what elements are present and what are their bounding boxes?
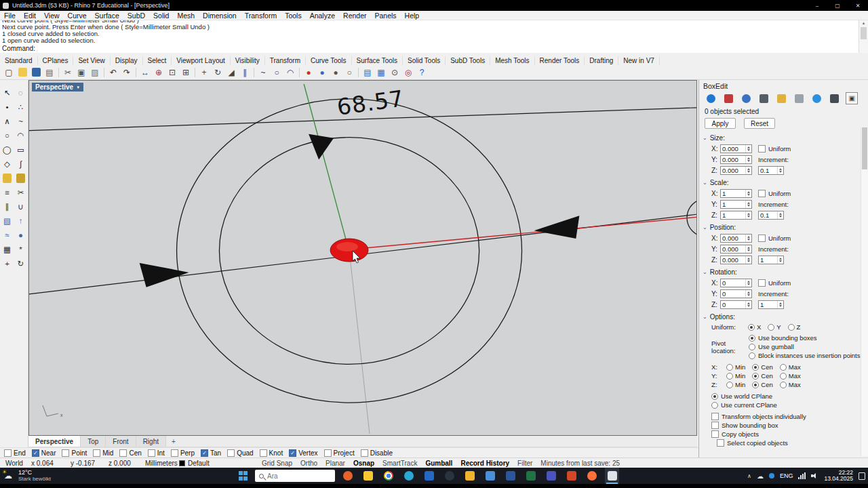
value-input-y[interactable]: 1 <box>720 200 752 209</box>
layer-chip[interactable]: Default <box>179 458 210 468</box>
shaded-view-icon[interactable]: ● <box>329 66 342 79</box>
spinner[interactable] <box>745 167 751 174</box>
viewport-tab[interactable]: Top <box>81 436 106 447</box>
uniform-checkbox[interactable] <box>758 279 766 287</box>
toolbar-separator[interactable] <box>252 66 256 79</box>
spinner[interactable] <box>745 156 751 163</box>
ellipse-icon[interactable]: ◯ <box>1 142 14 157</box>
menu-item[interactable]: Panels <box>371 11 401 20</box>
value-input-y[interactable]: 0.000 <box>720 155 752 164</box>
pan-icon[interactable]: ↔ <box>138 66 152 79</box>
value-input-z[interactable]: 0 <box>720 300 752 309</box>
reset-button[interactable]: Reset <box>744 118 775 129</box>
curve-tools-icon[interactable]: ~ <box>256 66 270 79</box>
toolbar-tab[interactable]: Viewport Layout <box>172 56 231 65</box>
maximize-button[interactable]: ▢ <box>827 0 848 11</box>
close-button[interactable]: ✕ <box>848 0 868 11</box>
value-input-x[interactable]: 0.000 <box>720 144 752 153</box>
checkbox[interactable] <box>260 449 267 457</box>
print-icon[interactable]: ▤ <box>43 66 56 79</box>
value-input-z[interactable]: 0.000 <box>720 166 752 175</box>
status-pane[interactable]: Ortho <box>300 460 317 467</box>
radio-x-min[interactable] <box>726 364 733 371</box>
help-tab-icon[interactable] <box>757 92 770 104</box>
rendering-tab-icon[interactable] <box>793 92 805 104</box>
checkbox[interactable] <box>227 449 235 457</box>
toolbar-tab[interactable]: Surface Tools <box>352 56 403 65</box>
status-pane[interactable]: Osnap <box>353 460 374 467</box>
checkbox[interactable] <box>201 449 208 457</box>
taskbar-search[interactable] <box>255 470 335 482</box>
checkbox[interactable] <box>171 449 178 457</box>
radio[interactable] <box>788 324 795 331</box>
units-display[interactable]: Millimeters <box>145 458 178 468</box>
steam-icon[interactable] <box>442 468 456 484</box>
status-pane[interactable]: Minutes from last save: 25 <box>540 460 620 467</box>
word-icon[interactable] <box>503 468 517 484</box>
osnap-toggle[interactable]: Point <box>62 449 87 457</box>
panel-scrollbar[interactable] <box>861 127 868 456</box>
radio-z-max[interactable] <box>780 382 787 388</box>
display-tab-icon[interactable] <box>740 92 752 104</box>
radio[interactable] <box>768 324 774 331</box>
value-input-z[interactable]: 1 <box>720 211 752 220</box>
spinner[interactable] <box>777 301 783 308</box>
viewport-tab[interactable]: Perspective <box>28 436 81 447</box>
scale-icon[interactable]: ◢ <box>224 66 238 79</box>
osnap-toggle[interactable]: Cen <box>119 449 141 457</box>
spinner[interactable] <box>745 235 751 242</box>
spinner[interactable] <box>777 211 783 219</box>
spinner[interactable] <box>745 301 751 308</box>
named-views-tab-icon[interactable] <box>828 92 840 104</box>
viewport-title-menu[interactable]: Perspective ▼ <box>32 83 83 92</box>
osnap-toggle[interactable]: Near <box>32 449 56 457</box>
menu-item[interactable]: Transform <box>241 11 281 20</box>
layers-tab-icon[interactable] <box>722 92 734 104</box>
undo-icon[interactable]: ↶ <box>106 66 120 79</box>
checkbox[interactable] <box>119 449 127 457</box>
toolbar-tab[interactable]: Transform <box>265 56 306 65</box>
point-cloud-icon[interactable]: ∴ <box>14 100 28 114</box>
checkbox[interactable] <box>62 449 69 457</box>
excel-icon[interactable] <box>524 468 538 484</box>
menu-item[interactable]: View <box>40 11 64 20</box>
osnap-toggle[interactable]: Tan <box>201 449 221 457</box>
loft-icon[interactable]: ≈ <box>1 228 14 242</box>
checkbox[interactable] <box>289 449 296 457</box>
value-input-x[interactable]: 0 <box>720 279 752 287</box>
zoom-dynamic-icon[interactable]: ⊕ <box>152 66 165 79</box>
menu-item[interactable]: Help <box>401 11 424 20</box>
boxedit-tab-icon[interactable]: ▣ <box>846 92 858 104</box>
join-icon[interactable]: ∪ <box>14 199 28 214</box>
command-prompt[interactable]: Command: <box>0 44 868 53</box>
radio[interactable] <box>749 352 755 359</box>
osnap-toggle[interactable]: Disable <box>361 449 393 457</box>
circle-tool-icon[interactable]: ○ <box>270 66 283 79</box>
uniform-axis-option[interactable]: X <box>748 323 761 331</box>
section-header[interactable]: ⌄ Scale: <box>699 178 868 188</box>
radio-x-cen[interactable] <box>752 364 759 371</box>
menu-item[interactable]: Curve <box>64 11 91 20</box>
option-checkbox-row[interactable]: Show bounding box <box>699 421 868 430</box>
menu-item[interactable]: Solid <box>149 11 173 20</box>
radio[interactable] <box>749 344 755 350</box>
increment-input[interactable]: 0.1 <box>758 211 784 220</box>
section-header[interactable]: ⌄ Size: <box>699 133 868 143</box>
toolbar-separator[interactable] <box>356 66 361 79</box>
option-checkbox-row[interactable]: Copy objects <box>699 430 868 439</box>
start-button[interactable] <box>239 471 248 481</box>
spinner[interactable] <box>745 201 751 208</box>
menu-item[interactable]: Mesh <box>173 11 199 20</box>
value-input-x[interactable]: 0.000 <box>720 234 752 243</box>
onedrive-cloud-icon[interactable]: ☁ <box>757 472 764 480</box>
outlook-icon[interactable] <box>422 468 436 484</box>
uniform-checkbox[interactable] <box>758 190 766 197</box>
osnap-toggle[interactable]: Quad <box>227 449 253 457</box>
notifications-tab-icon[interactable] <box>810 92 823 104</box>
tray-app-icon[interactable] <box>769 473 774 479</box>
cplane-option[interactable]: Use current CPlane <box>699 401 868 409</box>
options-header[interactable]: ⌄ Options: <box>699 312 868 322</box>
toolbar-tab[interactable]: CPlanes <box>38 56 74 65</box>
scroll-up-arrow[interactable]: ▲ <box>859 20 868 26</box>
array-icon[interactable]: ▦ <box>1 242 14 256</box>
